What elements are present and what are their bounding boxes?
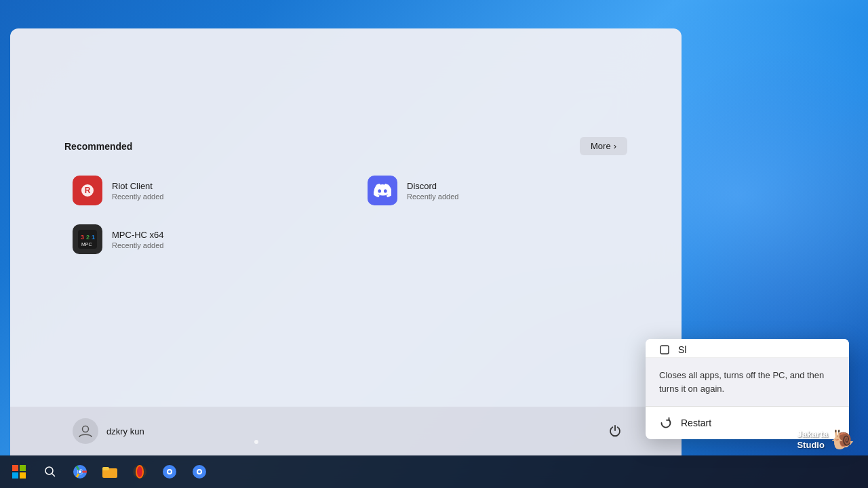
user-name: dzkry kun: [106, 426, 144, 436]
watermark: Jakarta Studio 🐌: [797, 428, 854, 451]
partial-option-label: Sl: [678, 344, 686, 355]
restart-icon: [659, 416, 673, 430]
tooltip-text: Closes all apps, turns off the PC, and t…: [659, 370, 824, 394]
more-button-label: More: [591, 141, 611, 151]
svg-text:2: 2: [86, 234, 90, 241]
svg-point-13: [45, 467, 53, 474]
recommended-title: Recommended: [64, 141, 132, 152]
power-button[interactable]: [603, 419, 627, 443]
app-info-mpc: MPC-HC x64 Recently added: [112, 230, 164, 249]
app-subtitle-discord: Recently added: [407, 192, 458, 201]
watermark-text-block: Jakarta Studio: [797, 429, 828, 450]
watermark-line1: Jakarta: [797, 429, 828, 440]
restart-tooltip: Closes all apps, turns off the PC, and t…: [646, 358, 849, 407]
start-menu: Recommended More › R Riot Client Recentl…: [10, 28, 682, 455]
mpc-icon: 3 2 1 MPC: [73, 224, 102, 254]
more-chevron-icon: ›: [614, 141, 616, 151]
partial-option-icon: [659, 344, 670, 355]
svg-point-7: [83, 426, 89, 432]
svg-rect-10: [20, 465, 26, 471]
windows-logo-icon: [12, 465, 26, 479]
app-info-discord: Discord Recently added: [407, 181, 458, 201]
app-subtitle-mpc: Recently added: [112, 241, 164, 249]
restart-label: Restart: [681, 418, 711, 428]
svg-text:3: 3: [81, 234, 84, 241]
svg-point-17: [79, 470, 81, 473]
power-dropdown: Sl Closes all apps, turns off the PC, an…: [646, 339, 849, 439]
svg-text:R: R: [85, 186, 91, 195]
chrome-3-icon: [192, 464, 207, 479]
app-name-riot: Riot Client: [112, 181, 163, 191]
app-subtitle-riot: Recently added: [112, 192, 163, 201]
chrome-2-icon: [162, 464, 177, 479]
svg-rect-11: [12, 472, 18, 479]
taskbar: [0, 455, 868, 488]
taskbar-file-explorer[interactable]: [96, 458, 123, 485]
recommended-header: Recommended More ›: [64, 137, 627, 155]
partial-power-option[interactable]: Sl: [646, 339, 849, 358]
svg-point-25: [168, 470, 171, 473]
svg-text:MPC: MPC: [81, 242, 92, 247]
app-name-discord: Discord: [407, 181, 458, 191]
app-item-mpc[interactable]: 3 2 1 MPC MPC-HC x64 Recently added: [64, 218, 332, 261]
snail-icon: 🐌: [831, 428, 854, 451]
watermark-line2: Studio: [797, 440, 828, 451]
app-item-discord[interactable]: Discord Recently added: [359, 169, 627, 212]
taskbar-start-button[interactable]: [5, 458, 33, 485]
riot-icon: R: [73, 176, 102, 205]
taskbar-chrome-2[interactable]: [156, 458, 183, 485]
discord-icon: [368, 176, 397, 205]
taskbar-opera[interactable]: [126, 458, 153, 485]
svg-rect-8: [660, 346, 669, 354]
user-avatar: [73, 418, 98, 444]
apps-grid: R Riot Client Recently added Discord R: [64, 169, 627, 261]
chrome-icon: [73, 464, 87, 479]
taskbar-search[interactable]: [37, 458, 64, 485]
app-item-riot[interactable]: R Riot Client Recently added: [64, 169, 332, 212]
more-button[interactable]: More ›: [580, 137, 627, 155]
start-menu-bottom: dzkry kun: [10, 407, 682, 455]
svg-text:1: 1: [92, 234, 95, 241]
taskbar-chrome[interactable]: [66, 458, 94, 485]
svg-rect-12: [20, 472, 26, 479]
app-info-riot: Riot Client Recently added: [112, 181, 163, 201]
svg-rect-9: [12, 465, 18, 471]
opera-icon: [132, 464, 147, 479]
app-name-mpc: MPC-HC x64: [112, 230, 164, 240]
taskbar-chrome-3[interactable]: [186, 458, 213, 485]
svg-rect-19: [102, 467, 109, 470]
file-explorer-icon: [102, 466, 117, 478]
recommended-section: Recommended More › R Riot Client Recentl…: [10, 137, 682, 261]
svg-point-28: [198, 470, 201, 473]
search-icon: [44, 466, 56, 478]
user-section[interactable]: dzkry kun: [64, 413, 153, 449]
cursor: [254, 440, 258, 444]
